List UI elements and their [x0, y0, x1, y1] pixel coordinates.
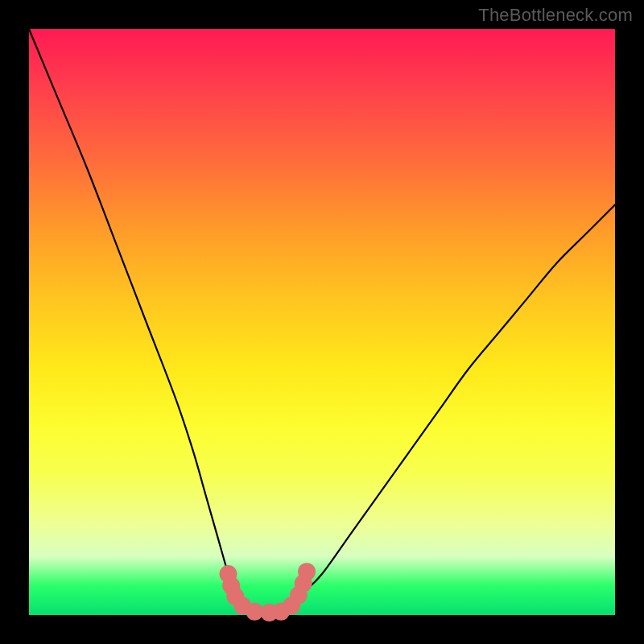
- bottleneck-curve-svg: [29, 29, 615, 615]
- curve-marker: [298, 563, 316, 580]
- marker-group: [220, 563, 316, 621]
- bottleneck-curve-path: [29, 29, 615, 617]
- chart-frame: TheBottleneck.com: [0, 0, 644, 644]
- watermark-text: TheBottleneck.com: [478, 5, 633, 26]
- plot-area: [29, 29, 615, 615]
